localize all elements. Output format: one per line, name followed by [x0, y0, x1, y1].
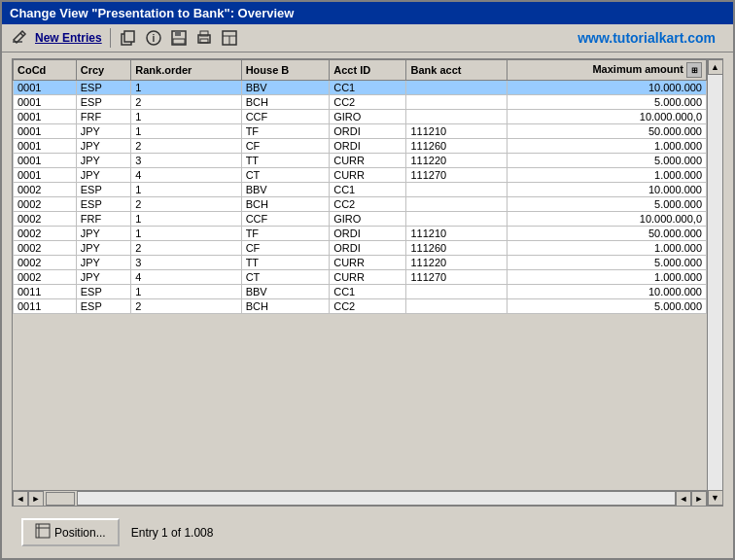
new-entries-button[interactable]: New Entries [35, 31, 102, 45]
cell-acct_id: CURR [330, 256, 406, 270]
vscroll-track[interactable] [708, 75, 722, 490]
cell-house_b: TF [241, 124, 330, 139]
cell-maximum_amount: 1.000.000 [507, 139, 706, 154]
table-row[interactable]: 0002JPY1TFORDI11121050.000.000 [14, 227, 707, 241]
title-bar: Change View "Presentation to Bank": Over… [2, 2, 733, 24]
separator-1 [110, 28, 111, 48]
horizontal-scrollbar[interactable]: ◄ ► ◄ ► [13, 490, 707, 506]
cell-bank_acct [406, 183, 507, 197]
cell-acct_id: ORDI [330, 241, 406, 256]
info-icon[interactable]: i [144, 28, 163, 48]
hscroll-right3-btn[interactable]: ► [691, 491, 707, 507]
cell-rank_order: 2 [131, 197, 241, 212]
cell-bank_acct: 111260 [406, 139, 507, 154]
cell-maximum_amount: 10.000.000 [507, 285, 706, 299]
cell-rank_order: 1 [131, 285, 241, 299]
cell-bank_acct [406, 212, 507, 227]
cell-bank_acct: 111210 [406, 227, 507, 241]
hscroll-left-btn[interactable]: ◄ [13, 491, 28, 507]
main-content: CoCd Crcy Rank.order House B Acct ID Ban… [2, 52, 733, 558]
save-icon[interactable] [169, 28, 189, 48]
table-row[interactable]: 0002JPY2CFORDI1112601.000.000 [14, 241, 707, 256]
cell-maximum_amount: 5.000.000 [507, 154, 706, 168]
col-crcy: Crcy [76, 60, 131, 81]
cell-cocd: 0002 [14, 241, 77, 256]
cell-acct_id: ORDI [330, 124, 406, 139]
cell-acct_id: CURR [330, 154, 406, 168]
cell-cocd: 0001 [14, 95, 77, 110]
cell-rank_order: 1 [131, 81, 241, 95]
cell-acct_id: GIRO [330, 110, 406, 124]
cell-house_b: CCF [241, 110, 330, 124]
table-row[interactable]: 0002JPY4CTCURR1112701.000.000 [14, 270, 707, 285]
cell-cocd: 0011 [14, 299, 77, 314]
cell-maximum_amount: 5.000.000 [507, 256, 706, 270]
cell-house_b: TT [241, 154, 330, 168]
cell-rank_order: 2 [131, 299, 241, 314]
col-house-b: House B [241, 60, 330, 81]
layout-icon[interactable] [220, 28, 239, 48]
cell-house_b: BCH [241, 95, 330, 110]
data-table-container: CoCd Crcy Rank.order House B Acct ID Ban… [12, 58, 723, 507]
cell-rank_order: 3 [131, 256, 241, 270]
cell-rank_order: 1 [131, 183, 241, 197]
cell-rank_order: 4 [131, 168, 241, 183]
position-icon [35, 523, 51, 542]
hscroll-thumb[interactable] [46, 492, 75, 506]
vscroll-down-btn[interactable]: ▼ [708, 490, 723, 506]
cell-crcy: ESP [76, 95, 131, 110]
table-row[interactable]: 0001JPY4CTCURR1112701.000.000 [14, 168, 707, 183]
table-row[interactable]: 0001ESP1BBVCC110.000.000 [14, 81, 707, 95]
cell-maximum_amount: 5.000.000 [507, 299, 706, 314]
col-maximum-amount: Maximum amount ⊞ [507, 60, 706, 81]
cell-acct_id: CC1 [330, 285, 406, 299]
svg-rect-8 [175, 31, 181, 36]
cell-cocd: 0001 [14, 168, 77, 183]
cell-acct_id: CURR [330, 270, 406, 285]
cell-cocd: 0001 [14, 124, 77, 139]
table-row[interactable]: 0002FRF1CCFGIRO10.000.000,0 [14, 212, 707, 227]
cell-bank_acct [406, 110, 507, 124]
cell-maximum_amount: 50.000.000 [507, 227, 706, 241]
hscroll-right-btn[interactable]: ► [28, 491, 44, 507]
table-row[interactable]: 0011ESP2BCHCC25.000.000 [14, 299, 707, 314]
cell-crcy: JPY [76, 124, 131, 139]
vscroll-up-btn[interactable]: ▲ [708, 59, 723, 75]
cell-cocd: 0001 [14, 81, 77, 95]
cell-house_b: BBV [241, 183, 330, 197]
table-row[interactable]: 0001JPY3TTCURR1112205.000.000 [14, 154, 707, 168]
table-row[interactable]: 0001JPY1TFORDI11121050.000.000 [14, 124, 707, 139]
cell-crcy: JPY [76, 139, 131, 154]
table-row[interactable]: 0002ESP2BCHCC25.000.000 [14, 197, 707, 212]
cell-maximum_amount: 1.000.000 [507, 270, 706, 285]
table-row[interactable]: 0001ESP2BCHCC25.000.000 [14, 95, 707, 110]
table-row[interactable]: 0002ESP1BBVCC110.000.000 [14, 183, 707, 197]
table-row[interactable]: 0001FRF1CCFGIRO10.000.000,0 [14, 110, 707, 124]
cell-maximum_amount: 1.000.000 [507, 168, 706, 183]
cell-acct_id: CC2 [330, 197, 406, 212]
table-row[interactable]: 0011ESP1BBVCC110.000.000 [14, 285, 707, 299]
svg-rect-9 [173, 39, 185, 44]
cell-rank_order: 1 [131, 212, 241, 227]
table-row[interactable]: 0002JPY3TTCURR1112205.000.000 [14, 256, 707, 270]
copy-icon[interactable] [119, 28, 138, 48]
hscroll-track[interactable] [77, 491, 676, 506]
vertical-scrollbar[interactable]: ▲ ▼ [707, 59, 722, 506]
cell-bank_acct [406, 299, 507, 314]
cell-maximum_amount: 10.000.000 [507, 81, 706, 95]
cell-house_b: CCF [241, 212, 330, 227]
hscroll-right2-btn[interactable]: ◄ [676, 491, 691, 507]
cell-bank_acct [406, 285, 507, 299]
cell-rank_order: 1 [131, 227, 241, 241]
cell-maximum_amount: 50.000.000 [507, 124, 706, 139]
table-row[interactable]: 0001JPY2CFORDI1112601.000.000 [14, 139, 707, 154]
cell-bank_acct: 111260 [406, 241, 507, 256]
position-button[interactable]: Position... [21, 518, 120, 546]
print-icon[interactable] [194, 28, 214, 48]
column-settings-icon[interactable]: ⊞ [686, 62, 702, 78]
cell-maximum_amount: 1.000.000 [507, 241, 706, 256]
cell-house_b: TT [241, 256, 330, 270]
edit-icon[interactable] [10, 28, 29, 48]
cell-bank_acct [406, 197, 507, 212]
cell-cocd: 0002 [14, 270, 77, 285]
